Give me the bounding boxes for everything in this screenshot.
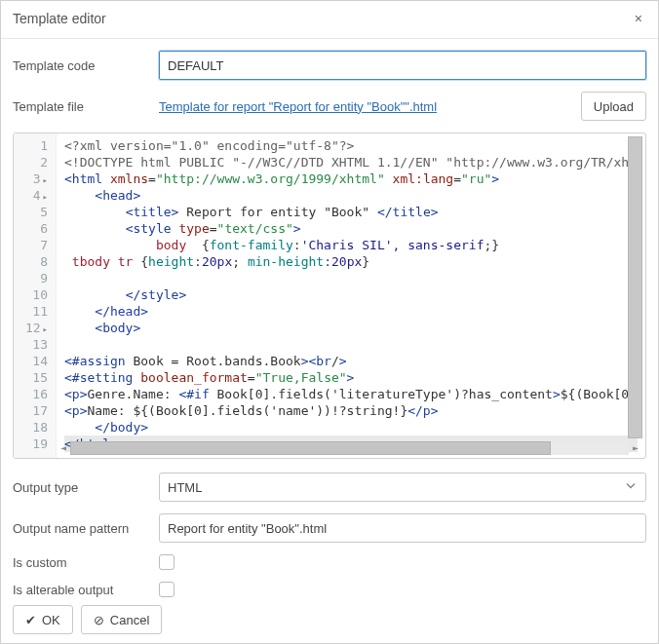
label-is-custom: Is custom [13,555,159,570]
code-editor[interactable]: 12345678910111213141516171819 <?xml vers… [13,133,646,459]
scroll-right-icon[interactable]: ► [629,441,642,455]
upload-button[interactable]: Upload [581,92,646,121]
row-template-code: Template code [13,51,646,80]
code-area[interactable]: <?xml version="1.0" encoding="utf-8"?><!… [57,133,645,458]
label-template-code: Template code [13,58,159,73]
dialog-title: Template editor [13,11,106,26]
row-is-custom: Is custom [13,554,646,570]
horizontal-scrollbar[interactable]: ◄ ► [57,440,642,455]
label-is-alterable: Is alterable output [13,583,159,597]
ok-button[interactable]: ✔ OK [13,605,73,634]
close-icon[interactable]: × [631,9,646,28]
horizontal-scroll-track[interactable] [70,441,629,455]
ok-button-label: OK [42,613,60,627]
content-area: Template code Template file Template for… [1,39,658,644]
label-output-type: Output type [13,480,159,495]
output-name-pattern-input[interactable] [159,513,646,543]
footer-buttons: ✔ OK ⊘ Cancel [13,605,646,638]
row-is-alterable: Is alterable output [13,582,646,597]
cancel-icon: ⊘ [94,613,104,627]
is-custom-checkbox[interactable] [159,554,174,570]
label-output-name-pattern: Output name pattern [13,521,159,536]
output-type-select[interactable]: HTML [159,473,646,502]
row-output-name-pattern: Output name pattern [13,513,646,543]
line-gutter: 12345678910111213141516171819 [14,133,57,458]
cancel-button[interactable]: ⊘ Cancel [81,605,162,634]
label-template-file: Template file [13,99,159,114]
template-file-link[interactable]: Template for report "Report for entity "… [159,99,437,114]
template-editor-dialog: Template editor × Template code Template… [0,0,659,644]
vertical-scrollbar[interactable] [628,136,642,438]
template-code-input[interactable] [159,51,646,80]
cancel-button-label: Cancel [110,613,149,627]
vertical-scroll-thumb[interactable] [628,136,642,438]
chevron-down-icon [625,480,637,495]
check-icon: ✔ [25,613,36,627]
title-bar: Template editor × [1,1,658,39]
row-output-type: Output type HTML [13,473,646,502]
scroll-left-icon[interactable]: ◄ [57,441,70,455]
row-template-file: Template file Template for report "Repor… [13,92,646,121]
output-type-value: HTML [168,480,202,495]
is-alterable-checkbox[interactable] [159,582,174,597]
horizontal-scroll-thumb[interactable] [70,441,551,455]
